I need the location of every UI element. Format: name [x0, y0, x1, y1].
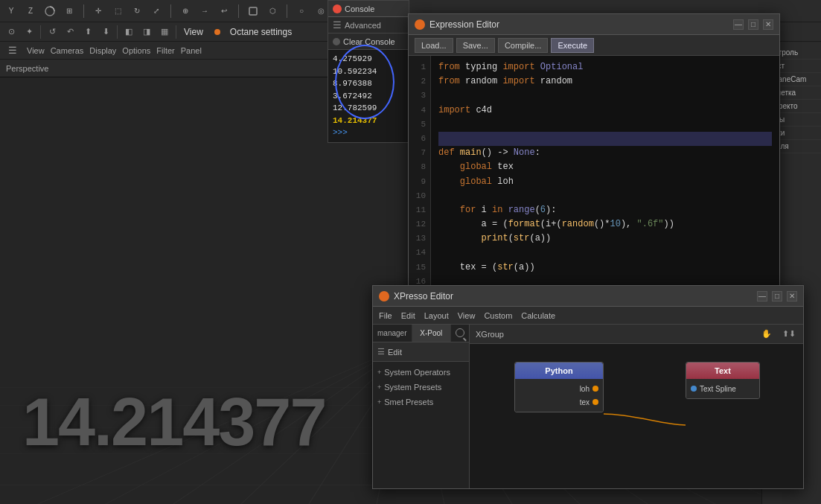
nav-filter[interactable]: Filter — [156, 46, 174, 55]
tb-icon5[interactable]: ⬆ — [80, 24, 96, 40]
xpresso-left-panel: manager X-Pool ☰ Edit + System Operators… — [373, 325, 470, 488]
console-line-4: 12.782599 — [333, 102, 404, 115]
text-node-body: Text Spline — [686, 379, 759, 398]
tool2-icon[interactable]: → — [198, 4, 211, 18]
code-editor[interactable]: 12345 678910 1112131415 16 from typing i… — [409, 56, 779, 293]
expr-title-text: Expression Editor — [429, 19, 729, 30]
tab-xpool[interactable]: X-Pool — [412, 325, 452, 342]
xpresso-menu-calculate[interactable]: Calculate — [521, 311, 555, 320]
xpresso-maximize-button[interactable]: □ — [772, 291, 782, 302]
expr-maximize-button[interactable]: □ — [748, 19, 758, 30]
console-advanced-menu[interactable]: Advanced — [345, 21, 381, 30]
console-clear-close-icon[interactable]: × — [333, 38, 340, 45]
python-node-header: Python — [515, 363, 603, 379]
textspline-label: Text Spline — [700, 385, 736, 393]
tb-icon3[interactable]: ↺ — [44, 24, 60, 40]
console-hamburger-icon[interactable]: ☰ — [333, 19, 342, 31]
rotate-mode-icon[interactable]: ↻ — [130, 4, 144, 18]
nav-options[interactable]: Options — [122, 46, 150, 55]
xpresso-canvas-header: XGroup ✋ ⬆⬇ — [470, 325, 803, 344]
xgroup-label: XGroup — [476, 330, 753, 339]
xpresso-menu-edit[interactable]: Edit — [401, 311, 415, 320]
tb-icon7[interactable]: ◧ — [121, 24, 137, 40]
xpresso-edit-header: ☰ Edit — [373, 342, 469, 362]
xpresso-minimize-button[interactable]: — — [757, 291, 767, 302]
nav-hamburger[interactable]: ☰ — [4, 42, 21, 59]
python-port-tex: tex — [515, 395, 603, 409]
loh-port-dot — [592, 386, 598, 392]
tb-icon9[interactable]: ▦ — [156, 24, 173, 40]
tree-item-smet-presets[interactable]: + Smet Presets — [376, 395, 466, 409]
xpresso-edit-icon: ☰ — [377, 347, 385, 357]
nav-view[interactable]: View — [27, 46, 45, 55]
console-close-button[interactable]: × — [333, 4, 342, 13]
python-node[interactable]: Python loh tex — [514, 362, 604, 412]
xpresso-menu-custom[interactable]: Custom — [484, 311, 512, 320]
console-line-0: 4.275929 — [333, 53, 404, 66]
tb-icon4[interactable]: ↶ — [62, 24, 78, 40]
tree-item-system-operators[interactable]: + System Operators — [376, 365, 466, 380]
xpresso-editor: XPresso Editor — □ ✕ File Edit Layout Vi… — [372, 285, 804, 489]
canvas-hand-icon[interactable]: ✋ — [758, 326, 775, 342]
execute-button[interactable]: Execute — [551, 38, 594, 53]
nav-panel[interactable]: Panel — [181, 46, 202, 55]
ring-icon[interactable]: ◎ — [314, 4, 328, 18]
compile-button[interactable]: Compile... — [498, 38, 549, 53]
select-icon[interactable]: ⬚ — [111, 4, 124, 18]
console-line-1: 10.592234 — [333, 66, 404, 78]
expression-editor: Expression Editor — □ ✕ Load... Save... … — [408, 13, 780, 294]
tree-item-system-presets[interactable]: + System Presets — [376, 380, 466, 395]
y-axis-icon[interactable]: Y — [4, 4, 18, 18]
z-axis-icon[interactable]: Z — [24, 4, 37, 18]
tb-icon1[interactable]: ⊙ — [3, 24, 19, 40]
text-node-header: Text — [686, 363, 759, 379]
grid-icon[interactable]: ⊞ — [63, 4, 76, 18]
cube-icon[interactable] — [246, 4, 260, 18]
tab-manager[interactable]: manager — [373, 325, 412, 342]
canvas-expand-icon[interactable]: ⬆⬇ — [781, 326, 797, 342]
tb-icon8[interactable]: ◨ — [138, 24, 155, 40]
nav-display[interactable]: Display — [89, 46, 116, 55]
expand-icon-1: + — [377, 369, 381, 376]
tree-label-system-operators: System Operators — [384, 368, 450, 377]
console-menu-bar: ☰ Advanced — [328, 17, 409, 34]
tb-icon2[interactable]: ✦ — [21, 24, 37, 40]
tb-sep1 — [40, 25, 41, 39]
view-tab-btn[interactable]: View — [179, 24, 208, 40]
sep4 — [287, 4, 287, 18]
tb-icon6[interactable]: ⬇ — [98, 24, 114, 40]
xpresso-menu-view[interactable]: View — [458, 311, 476, 320]
octane-dot-icon — [209, 24, 226, 40]
console-line-5: 14.214377 — [333, 115, 404, 127]
console-clear-button[interactable]: Clear Console — [343, 37, 395, 46]
nav-cameras[interactable]: Cameras — [51, 46, 84, 55]
sphere-icon[interactable]: ○ — [295, 4, 308, 18]
text-node[interactable]: Text Text Spline — [686, 362, 760, 399]
xpresso-menu-file[interactable]: File — [379, 311, 392, 320]
code-line-1: from typing import Optional — [438, 60, 772, 74]
code-line-8: global tex — [438, 160, 772, 174]
text-port-textspline: Text Spline — [686, 382, 759, 395]
expr-close-button[interactable]: ✕ — [763, 19, 773, 30]
tool1-icon[interactable]: ⊕ — [179, 4, 192, 18]
move-mode-icon[interactable]: ✛ — [92, 4, 105, 18]
xpresso-close-button[interactable]: ✕ — [787, 291, 797, 302]
xpresso-title-icon — [379, 291, 389, 302]
expr-minimize-button[interactable]: — — [733, 19, 744, 30]
perspective-label: Perspective — [6, 64, 48, 73]
scale-mode-icon[interactable]: ⤢ — [150, 4, 163, 18]
xpool-search-icon[interactable] — [451, 325, 469, 341]
undo-icon[interactable]: ↩ — [217, 4, 231, 18]
xpresso-canvas[interactable]: XGroup ✋ ⬆⬇ Python loh tex — [470, 325, 803, 488]
code-line-13: print(str(a)) — [438, 232, 772, 246]
xpresso-menu-layout[interactable]: Layout — [424, 311, 449, 320]
octane-settings-btn[interactable]: Octane settings — [227, 24, 295, 40]
load-button[interactable]: Load... — [415, 38, 453, 53]
code-area[interactable]: from typing import Optional from random … — [431, 56, 779, 293]
console-titlebar: × Console — [328, 1, 409, 17]
mesh-icon[interactable]: ⬡ — [266, 4, 279, 18]
xpresso-edit-label: Edit — [388, 348, 402, 357]
save-button[interactable]: Save... — [456, 38, 495, 53]
sep1 — [83, 4, 84, 18]
rotation-icon[interactable] — [43, 4, 57, 18]
